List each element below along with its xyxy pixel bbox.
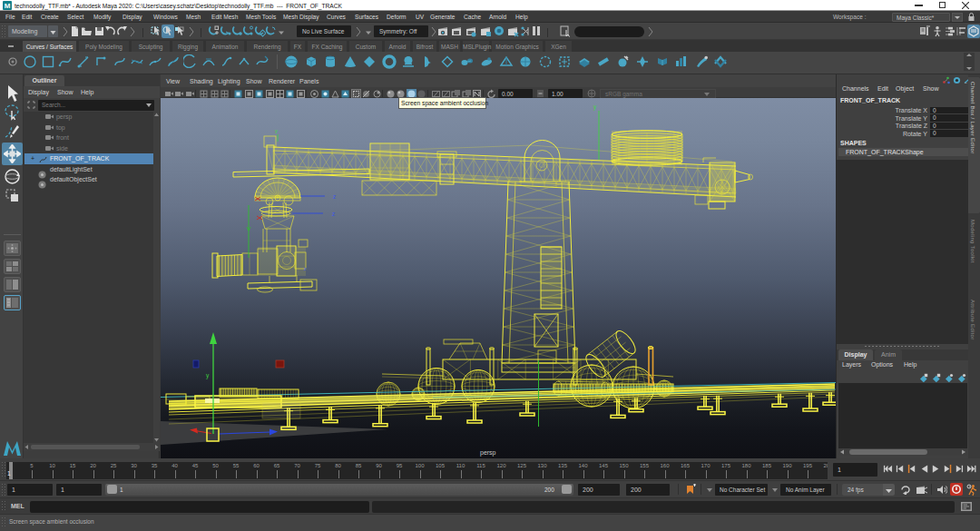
svg-text:y: y (593, 103, 597, 111)
svg-text:M: M (5, 2, 11, 10)
svg-text:z: z (332, 211, 335, 217)
svg-text:y: y (275, 128, 278, 133)
svg-text:z: z (333, 193, 336, 200)
svg-text:y: y (206, 372, 210, 379)
svg-text:z: z (304, 266, 307, 271)
